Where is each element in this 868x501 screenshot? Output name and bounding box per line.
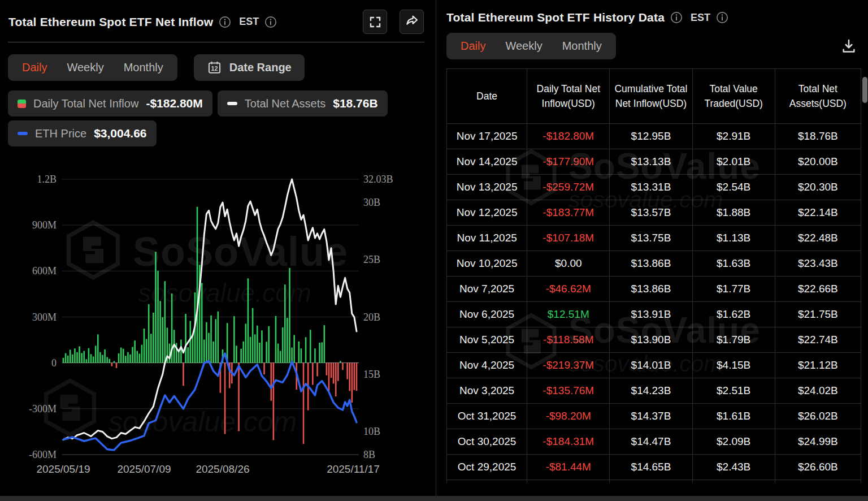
download-icon[interactable] <box>840 38 857 55</box>
cell-value: $20.00B <box>775 149 861 175</box>
info-icon[interactable] <box>219 16 231 28</box>
col-header-cumulative-net-inflow[interactable]: Cumulative Total Net Inflow(USD) <box>610 69 692 124</box>
green-red-swatch-icon <box>18 100 26 108</box>
tab-monthly[interactable]: Monthly <box>562 40 602 53</box>
info-icon[interactable] <box>670 11 683 24</box>
table-row[interactable]: Nov 4,2025-$219.37M$14.01B$4.15B$21.12B <box>447 353 861 378</box>
cell-value: $13.57B <box>610 200 692 226</box>
cell-value: $2.54B <box>692 175 775 200</box>
cell-date: Nov 7,2025 <box>447 277 527 302</box>
table-row[interactable]: Nov 13,2025-$259.72M$13.31B$2.54B$20.30B <box>447 175 861 200</box>
cell-value: $22.66B <box>775 277 861 302</box>
period-tab-group: Daily Weekly Monthly <box>446 33 616 59</box>
fullscreen-button[interactable] <box>363 10 387 34</box>
cell-value: $22.14B <box>775 200 861 226</box>
share-icon <box>405 15 419 29</box>
table-controls: Daily Weekly Monthly <box>446 33 857 59</box>
cell-value: -$81.44M <box>527 455 610 480</box>
table-row[interactable]: Nov 7,2025-$46.62M$13.86B$1.77B$22.66B <box>447 277 861 302</box>
col-header-daily-net-inflow[interactable]: Daily Total Net Inflow(USD) <box>527 69 610 124</box>
calendar-icon: 12 <box>207 60 222 75</box>
cell-value: $2.01B <box>692 149 775 175</box>
cell-date: Oct 31,2025 <box>447 404 527 429</box>
page-horizontal-scrollbar[interactable] <box>0 496 868 501</box>
cell-value: $1.62B <box>692 302 775 327</box>
cell-value: $1.61B <box>692 404 775 429</box>
cell-value: $14.37B <box>610 404 692 429</box>
date-range-button[interactable]: 12 Date Range <box>194 54 305 81</box>
history-table-container[interactable]: SoSoValue sosovalue.com SoSoValue sosova… <box>446 68 862 483</box>
left-axis-tick: 900M <box>32 219 57 231</box>
cell-value: $1.77B <box>692 277 775 302</box>
legend-label: Daily Total Net Inflow <box>33 97 138 110</box>
cell-value: $13.90B <box>610 327 692 353</box>
cell-value: $27.66B <box>775 480 861 483</box>
table-row[interactable]: Nov 11,2025-$107.18M$13.75B$1.13B$22.48B <box>447 226 861 251</box>
cell-value: $12.51M <box>527 302 610 327</box>
table-row[interactable]: Oct 28,2025$246.02M$14.73B$1.64B$27.66B <box>447 480 861 483</box>
cell-value: $1.88B <box>692 200 775 226</box>
chart-controls: Daily Weekly Monthly 12 Date Range <box>8 54 433 81</box>
cell-value: -$46.62M <box>527 277 610 302</box>
history-table: Date Daily Total Net Inflow(USD) Cumulat… <box>446 68 861 483</box>
cell-value: $26.02B <box>775 404 861 429</box>
cell-value: $4.15B <box>692 353 775 378</box>
table-row[interactable]: Nov 17,2025-$182.80M$12.95B$2.91B$18.76B <box>447 124 861 149</box>
table-row[interactable]: Nov 14,2025-$177.90M$13.13B$2.01B$20.00B <box>447 149 861 175</box>
cell-value: $13.75B <box>610 226 692 251</box>
cell-value: $0.00 <box>527 251 610 277</box>
cell-value: $14.73B <box>610 480 692 483</box>
table-row[interactable]: Nov 12,2025-$183.77M$13.57B$1.88B$22.14B <box>447 200 861 226</box>
info-icon[interactable] <box>264 16 277 28</box>
cell-date: Nov 11,2025 <box>447 226 527 251</box>
table-row[interactable]: Nov 5,2025-$118.58M$13.90B$1.79B$22.74B <box>447 327 861 353</box>
table-row[interactable]: Nov 6,2025$12.51M$13.91B$1.62B$21.75B <box>447 302 861 327</box>
cell-value: $22.74B <box>775 327 861 353</box>
col-header-total-net-assets[interactable]: Total Net Assets(USD) <box>775 69 861 124</box>
table-scrollbar-thumb[interactable] <box>862 77 867 103</box>
table-row[interactable]: Nov 3,2025-$135.76M$14.23B$2.51B$24.02B <box>447 378 861 404</box>
tab-weekly[interactable]: Weekly <box>505 40 542 53</box>
legend-item-net-assets[interactable]: Total Net Assets $18.76B <box>218 90 388 116</box>
cell-value: $23.43B <box>775 251 861 277</box>
table-title: Total Ethereum Spot ETF History Data <box>446 11 665 24</box>
cell-value: $1.13B <box>692 226 775 251</box>
legend-item-net-inflow[interactable]: Daily Total Net Inflow -$182.80M <box>8 90 212 116</box>
cell-date: Nov 10,2025 <box>447 251 527 277</box>
watermark: SoSoValuesosovalue.com <box>69 222 349 308</box>
x-axis-tick: 2025/11/17 <box>327 463 380 475</box>
legend-item-eth-price[interactable]: ETH Price $3,004.66 <box>8 120 157 146</box>
watermark: sosovalue.com <box>46 381 297 438</box>
table-row[interactable]: Oct 29,2025-$81.44M$14.65B$2.43B$26.60B <box>447 455 861 480</box>
legend-label: ETH Price <box>35 127 86 140</box>
white-dash-icon <box>227 102 237 105</box>
right-axis-tick: 15B <box>363 369 380 380</box>
cell-date: Nov 4,2025 <box>447 353 527 378</box>
cell-value: $1.79B <box>692 327 775 353</box>
table-row[interactable]: Oct 31,2025-$98.20M$14.37B$1.61B$26.02B <box>447 404 861 429</box>
history-data-panel: Total Ethereum Spot ETF History Data EST… <box>436 0 868 496</box>
x-axis-tick: 2025/08/26 <box>196 463 249 475</box>
cell-value: -$98.20M <box>527 404 610 429</box>
net-inflow-chart-panel: Total Ethereum Spot ETF Net Inflow EST D… <box>0 0 433 496</box>
table-header-row: Total Ethereum Spot ETF History Data EST <box>436 0 868 24</box>
cell-value: $246.02M <box>527 480 610 483</box>
tab-weekly[interactable]: Weekly <box>67 61 103 74</box>
table-row[interactable]: Oct 30,2025-$184.31M$14.47B$2.09B$24.99B <box>447 429 861 455</box>
share-button[interactable] <box>400 10 424 34</box>
tab-daily[interactable]: Daily <box>461 40 485 53</box>
cell-value: $14.23B <box>610 378 692 404</box>
table-row[interactable]: Nov 10,2025$0.00$13.86B$1.63B$23.43B <box>447 251 861 277</box>
tab-daily[interactable]: Daily <box>22 61 47 74</box>
cell-value: $14.47B <box>610 429 692 455</box>
tab-monthly[interactable]: Monthly <box>124 61 163 74</box>
cell-value: $14.01B <box>610 353 692 378</box>
col-header-date[interactable]: Date <box>447 69 527 124</box>
right-axis-tick: 20B <box>363 312 380 323</box>
cell-value: $2.09B <box>692 429 775 455</box>
info-icon[interactable] <box>716 11 728 24</box>
cell-date: Nov 6,2025 <box>447 302 527 327</box>
chart-canvas[interactable]: 1.2B900M600M300M0-300M-600M32.03B30B25B2… <box>0 146 433 485</box>
cell-date: Nov 17,2025 <box>447 124 527 149</box>
col-header-total-value-traded[interactable]: Total Value Traded(USD) <box>692 69 775 124</box>
